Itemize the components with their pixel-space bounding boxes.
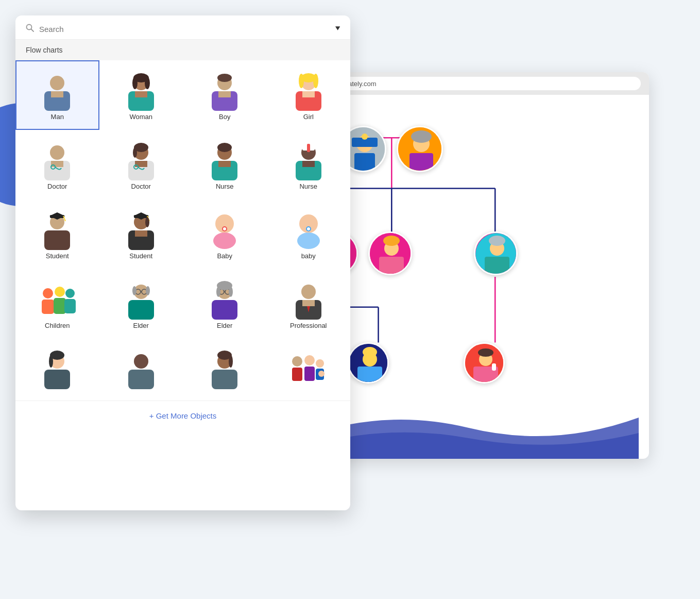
svg-point-83: [217, 143, 232, 152]
svg-rect-145: [292, 368, 302, 381]
svg-marker-48: [335, 26, 340, 30]
browser-window-back: ately.com: [299, 72, 649, 459]
svg-rect-80: [218, 161, 231, 167]
svg-rect-88: [307, 144, 310, 152]
svg-point-150: [318, 371, 325, 377]
svg-point-19: [411, 130, 432, 143]
svg-point-27: [383, 236, 400, 246]
svg-point-137: [49, 355, 53, 368]
svg-rect-39: [357, 367, 382, 384]
svg-point-148: [316, 359, 324, 368]
svg-point-57: [145, 77, 150, 89]
svg-point-67: [313, 74, 318, 88]
svg-point-56: [132, 77, 138, 89]
icon-panel: Flow charts Man Woman: [15, 15, 350, 510]
svg-point-130: [301, 285, 316, 299]
svg-point-31: [489, 236, 505, 246]
node-selma: [474, 231, 518, 275]
svg-rect-116: [128, 300, 154, 320]
icon-elder-m-label: Elder: [133, 322, 149, 329]
svg-point-108: [307, 227, 310, 230]
icon-elder-m[interactable]: Elder: [99, 269, 183, 339]
icon-girl-label: Girl: [303, 113, 314, 121]
icon-elder-f-label: Elder: [217, 322, 232, 329]
svg-point-102: [213, 232, 236, 249]
svg-rect-112: [54, 298, 66, 314]
svg-rect-54: [135, 91, 147, 97]
node-asian-kid: [464, 342, 505, 384]
search-input[interactable]: [39, 25, 330, 34]
icon-girl[interactable]: Girl: [267, 60, 351, 130]
icon-doctor-m-label: Doctor: [47, 182, 67, 190]
icon-professional[interactable]: Professional: [267, 269, 351, 339]
icon-woman-label: Woman: [129, 113, 152, 121]
svg-rect-60: [218, 91, 231, 97]
svg-point-66: [299, 74, 304, 88]
svg-rect-90: [44, 230, 70, 250]
svg-point-68: [50, 145, 64, 160]
icon-woman2[interactable]: [15, 339, 99, 401]
icon-student-m[interactable]: Student: [15, 199, 99, 269]
icon-nurse-f[interactable]: Nurse: [183, 130, 267, 199]
icon-nurse-f-label: Nurse: [216, 182, 234, 190]
search-bar[interactable]: [15, 15, 350, 40]
icon-student-m-label: Student: [46, 252, 69, 260]
svg-rect-70: [51, 161, 63, 167]
svg-rect-123: [212, 300, 237, 320]
svg-point-120: [132, 286, 136, 295]
icon-children[interactable]: Children: [15, 269, 99, 339]
icon-family[interactable]: [267, 339, 351, 401]
svg-rect-74: [135, 161, 147, 167]
icon-children-label: Children: [45, 322, 70, 329]
icon-man-dark[interactable]: [99, 339, 183, 401]
svg-point-44: [478, 348, 493, 357]
svg-point-128: [216, 287, 220, 297]
icon-doctor-f[interactable]: Doctor: [99, 130, 183, 199]
svg-rect-64: [302, 91, 315, 97]
browser-address: ately.com: [342, 77, 641, 90]
icon-grid: Man Woman Boy: [15, 60, 350, 401]
category-label: Flow charts: [15, 40, 350, 60]
svg-point-144: [292, 356, 302, 367]
node-grandma: [397, 126, 443, 172]
search-icon: [26, 24, 34, 34]
icon-baby-f[interactable]: Baby: [183, 199, 267, 269]
svg-rect-110: [42, 300, 54, 314]
icon-boy-label: Boy: [219, 113, 230, 121]
svg-point-113: [65, 289, 75, 298]
svg-rect-139: [128, 370, 154, 389]
svg-rect-147: [304, 367, 315, 381]
svg-point-146: [304, 355, 315, 365]
icon-doctor-m[interactable]: Doctor: [15, 130, 99, 199]
icon-woman3[interactable]: [183, 339, 267, 401]
svg-rect-13: [354, 153, 375, 171]
svg-point-100: [145, 217, 149, 227]
icon-student-f[interactable]: Student: [99, 199, 183, 269]
svg-rect-133: [302, 300, 315, 306]
icon-boy[interactable]: Boy: [183, 60, 267, 130]
svg-rect-26: [379, 257, 404, 275]
svg-point-104: [223, 227, 226, 230]
svg-line-47: [31, 29, 34, 32]
svg-rect-18: [409, 153, 433, 171]
icon-baby-m[interactable]: baby: [267, 199, 351, 269]
svg-point-106: [297, 232, 320, 249]
icon-student-f-label: Student: [129, 252, 152, 260]
browser-toolbar: ately.com: [299, 72, 649, 95]
icon-man[interactable]: Man: [15, 60, 99, 130]
node-patty: [368, 231, 412, 275]
icon-woman[interactable]: Woman: [99, 60, 183, 130]
svg-point-109: [43, 288, 53, 298]
browser-content: [299, 95, 649, 459]
icon-professional-label: Professional: [290, 322, 327, 329]
svg-point-61: [217, 74, 232, 82]
svg-point-76: [133, 147, 137, 158]
icon-nurse-m[interactable]: Nurse: [267, 130, 351, 199]
svg-rect-30: [485, 257, 509, 275]
icon-elder-f[interactable]: Elder: [183, 269, 267, 339]
svg-point-121: [146, 286, 150, 295]
svg-rect-114: [64, 299, 76, 313]
get-more-objects-button[interactable]: + Get More Objects: [15, 401, 350, 430]
icon-doctor-f-label: Doctor: [131, 182, 151, 190]
node-lisa: [348, 342, 389, 384]
